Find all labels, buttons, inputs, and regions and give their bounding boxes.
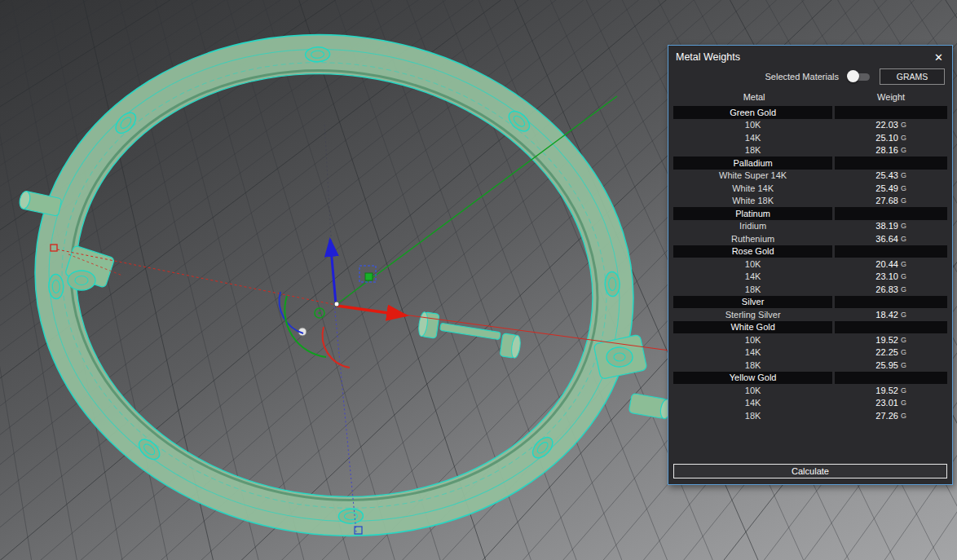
weight-value: 19.52 xyxy=(875,385,898,396)
metal-item-weight: 22.25G xyxy=(835,346,947,359)
metal-item-weight: 23.01G xyxy=(835,397,947,410)
weight-unit: G xyxy=(901,410,906,421)
metal-item-label: 14K xyxy=(673,131,832,144)
metal-item-weight: 18.42G xyxy=(835,308,947,321)
weight-value: 19.52 xyxy=(875,334,898,346)
metal-group-weight-cell xyxy=(835,207,947,220)
metal-item-row[interactable]: 10K20.44G xyxy=(673,258,947,271)
metal-item-row[interactable]: 14K25.10G xyxy=(673,131,947,144)
metal-weights-panel: Metal Weights ✕ Selected Materials GRAMS… xyxy=(668,45,953,485)
gumball-x-arrow[interactable] xyxy=(337,306,406,315)
metal-item-row[interactable]: Ruthenium36.64G xyxy=(673,232,947,245)
right-hinge-part[interactable] xyxy=(593,334,673,419)
metal-group-weight-cell xyxy=(835,372,947,385)
weight-value: 18.42 xyxy=(875,309,898,320)
weight-column-header: Weight xyxy=(835,92,947,102)
rotate-arc-z[interactable] xyxy=(280,292,303,333)
calculate-button[interactable]: Calculate xyxy=(673,464,947,478)
metal-item-label: 18K xyxy=(673,359,832,372)
metal-item-weight: 23.10G xyxy=(835,271,947,284)
metal-item-weight: 26.83G xyxy=(835,283,947,296)
metal-item-label: White Super 14K xyxy=(673,170,832,183)
weight-value: 38.19 xyxy=(875,220,898,231)
weight-value: 36.64 xyxy=(875,233,898,245)
metal-group-name: Green Gold xyxy=(673,106,832,119)
weight-value: 23.01 xyxy=(875,397,898,408)
metal-group-row[interactable]: Platinum xyxy=(673,207,947,220)
units-button[interactable]: GRAMS xyxy=(880,68,945,85)
metal-item-row[interactable]: White Super 14K25.43G xyxy=(673,170,947,183)
weight-unit: G xyxy=(901,183,906,194)
metal-item-row[interactable]: 18K28.16G xyxy=(673,144,947,157)
metal-item-row[interactable]: 10K19.52G xyxy=(673,333,947,346)
left-hinge-part[interactable] xyxy=(64,245,122,290)
metal-item-weight: 25.49G xyxy=(835,182,947,195)
metal-group-row[interactable]: Green Gold xyxy=(673,106,947,119)
selected-materials-toggle[interactable] xyxy=(849,73,870,81)
weight-value: 22.03 xyxy=(875,119,898,130)
metal-item-label: Ruthenium xyxy=(673,232,832,245)
metal-item-row[interactable]: 10K22.03G xyxy=(673,119,947,132)
metal-item-label: 14K xyxy=(673,397,832,410)
metal-item-row[interactable]: Sterling Silver18.42G xyxy=(673,308,947,321)
metal-item-label: Iridium xyxy=(673,220,832,233)
metal-item-row[interactable]: 18K26.83G xyxy=(673,283,947,296)
gumball-scale-handle[interactable] xyxy=(365,273,373,280)
weight-unit: G xyxy=(901,132,906,143)
metal-item-weight: 28.16G xyxy=(835,144,947,157)
metal-group-row[interactable]: Silver xyxy=(673,296,947,309)
rotate-arc-x[interactable] xyxy=(323,327,350,368)
metal-item-row[interactable]: 18K25.95G xyxy=(673,359,947,372)
metal-item-row[interactable]: 14K22.25G xyxy=(673,346,947,359)
metal-group-name: Platinum xyxy=(673,207,832,220)
weight-value: 20.44 xyxy=(875,258,898,270)
weight-unit: G xyxy=(901,284,906,295)
weight-value: 28.16 xyxy=(875,144,898,156)
weight-unit: G xyxy=(901,195,906,206)
metal-item-row[interactable]: 14K23.10G xyxy=(673,271,947,284)
table-header: Metal Weight xyxy=(668,90,952,106)
metal-item-label: 10K xyxy=(673,333,832,346)
metal-item-label: 18K xyxy=(673,283,832,296)
metal-group-weight-cell xyxy=(835,321,947,334)
weight-unit: G xyxy=(901,385,906,396)
metal-group-row[interactable]: Palladium xyxy=(673,157,947,170)
weights-table-body: Green Gold10K22.03G14K25.10G18K28.16GPal… xyxy=(668,106,952,422)
selected-materials-label: Selected Materials xyxy=(765,72,840,82)
metal-item-weight: 38.19G xyxy=(835,220,947,233)
metal-item-row[interactable]: Iridium38.19G xyxy=(673,220,947,233)
weight-value: 23.10 xyxy=(875,271,898,282)
metal-item-row[interactable]: 18K27.26G xyxy=(673,409,947,422)
gumball[interactable] xyxy=(280,240,406,534)
gumball-origin[interactable] xyxy=(334,302,339,306)
metal-item-row[interactable]: White 18K27.68G xyxy=(673,195,947,208)
gumball-z-arrow[interactable] xyxy=(330,240,336,304)
weight-value: 27.68 xyxy=(875,195,898,206)
metal-item-label: 14K xyxy=(673,271,832,284)
metal-group-weight-cell xyxy=(835,157,947,170)
weight-unit: G xyxy=(901,271,906,282)
panel-header: Metal Weights ✕ xyxy=(668,46,952,66)
metal-item-weight: 22.03G xyxy=(835,119,947,132)
panel-controls: Selected Materials GRAMS xyxy=(668,66,952,90)
metal-item-weight: 20.44G xyxy=(835,258,947,271)
metal-item-row[interactable]: White 14K25.49G xyxy=(673,182,947,195)
weight-unit: G xyxy=(901,334,906,346)
metal-item-label: White 18K xyxy=(673,195,832,208)
metal-group-row[interactable]: Rose Gold xyxy=(673,245,947,258)
metal-item-weight: 27.26G xyxy=(835,409,947,422)
metal-item-row[interactable]: 14K23.01G xyxy=(673,397,947,410)
metal-item-label: 10K xyxy=(673,384,832,397)
metal-group-name: Silver xyxy=(673,296,832,309)
metal-group-row[interactable]: Yellow Gold xyxy=(673,372,947,385)
metal-group-name: Palladium xyxy=(673,157,832,170)
metal-group-name: Rose Gold xyxy=(673,245,832,258)
metal-item-label: 18K xyxy=(673,144,832,157)
weight-unit: G xyxy=(901,119,906,130)
close-icon[interactable]: ✕ xyxy=(933,52,945,63)
weight-value: 22.25 xyxy=(875,346,898,358)
ring-model[interactable] xyxy=(2,0,673,560)
weight-value: 25.49 xyxy=(875,183,898,194)
metal-item-row[interactable]: 10K19.52G xyxy=(673,384,947,397)
metal-group-row[interactable]: White Gold xyxy=(673,321,947,334)
